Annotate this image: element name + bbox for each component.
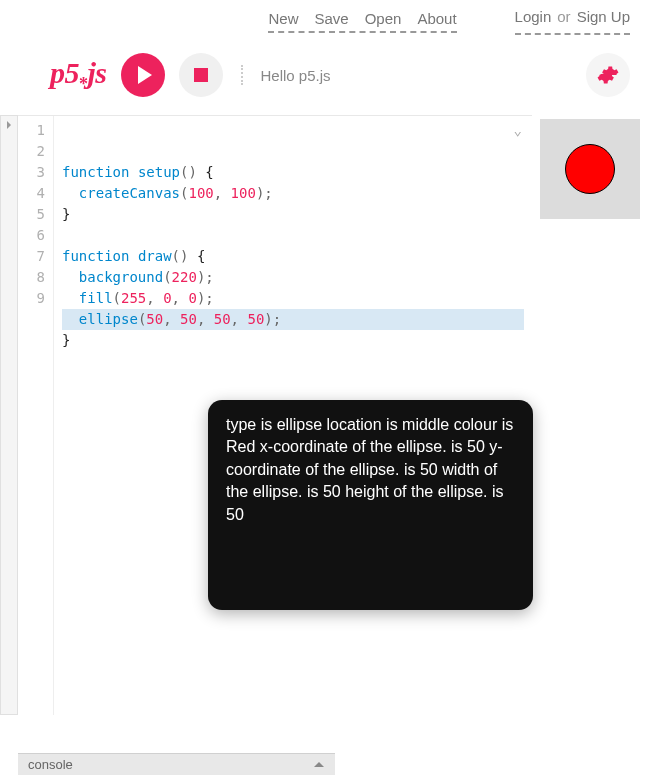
preview-area bbox=[532, 115, 650, 715]
open-link[interactable]: Open bbox=[365, 10, 402, 27]
line-gutter: 123456789 bbox=[18, 116, 54, 715]
sidebar-toggle[interactable] bbox=[0, 115, 18, 715]
auth-nav-group: Login or Sign Up bbox=[515, 8, 630, 35]
signup-link[interactable]: Sign Up bbox=[577, 8, 630, 25]
canvas-preview bbox=[540, 119, 640, 219]
about-link[interactable]: About bbox=[417, 10, 456, 27]
or-text: or bbox=[557, 8, 570, 29]
play-button[interactable] bbox=[121, 53, 165, 97]
stop-button[interactable] bbox=[179, 53, 223, 97]
stop-icon bbox=[194, 68, 208, 82]
chevron-up-icon bbox=[313, 759, 325, 771]
sketch-name[interactable]: Hello p5.js bbox=[261, 67, 331, 84]
toolbar: p5*js Hello p5.js bbox=[0, 35, 650, 115]
login-link[interactable]: Login bbox=[515, 8, 552, 25]
toolbar-divider bbox=[241, 65, 243, 85]
console-label: console bbox=[28, 757, 73, 772]
gear-icon bbox=[597, 64, 619, 86]
save-link[interactable]: Save bbox=[314, 10, 348, 27]
settings-button[interactable] bbox=[586, 53, 630, 97]
play-icon bbox=[138, 66, 152, 84]
ellipse-shape bbox=[565, 144, 615, 194]
console-bar[interactable]: console bbox=[18, 753, 335, 775]
collapse-icon[interactable]: ⌄ bbox=[514, 120, 522, 141]
new-link[interactable]: New bbox=[268, 10, 298, 27]
p5js-logo: p5*js bbox=[50, 56, 107, 95]
chevron-right-icon bbox=[4, 120, 14, 130]
top-nav: New Save Open About Login or Sign Up bbox=[0, 0, 650, 35]
file-nav-group: New Save Open About bbox=[268, 10, 456, 33]
accessibility-tooltip: type is ellipse location is middle colou… bbox=[208, 400, 533, 610]
